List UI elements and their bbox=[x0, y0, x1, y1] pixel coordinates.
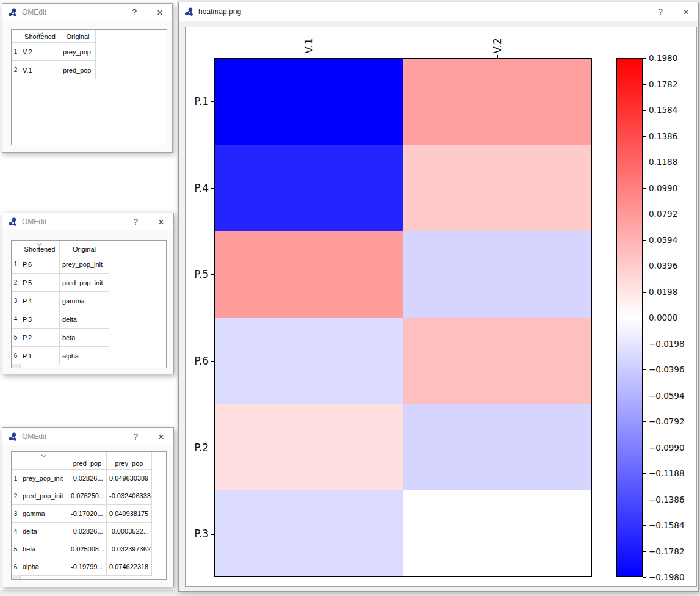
row-number-cell[interactable]: 5 bbox=[12, 329, 20, 347]
table-cell[interactable]: delta bbox=[20, 523, 68, 540]
row-number-cell[interactable]: 1 bbox=[12, 43, 20, 61]
help-button[interactable]: ? bbox=[132, 7, 137, 17]
table-cell[interactable]: gamma bbox=[20, 505, 68, 523]
colorbar-tick bbox=[643, 344, 646, 344]
table-cell[interactable]: P.4 bbox=[20, 292, 60, 310]
row-number-cell[interactable]: 3 bbox=[12, 505, 20, 523]
colorbar-tick-label: 0.1386 bbox=[649, 131, 677, 141]
close-button[interactable]: × bbox=[157, 7, 163, 18]
colorbar-tick bbox=[643, 266, 646, 266]
row-number-cell[interactable]: 1 bbox=[12, 255, 20, 274]
table-cell[interactable]: alpha bbox=[60, 347, 109, 365]
row-label: P.1 bbox=[186, 95, 209, 107]
table-cell[interactable]: P.3 bbox=[20, 310, 60, 329]
column-header[interactable] bbox=[20, 452, 68, 470]
table-header-row: ShortenedOriginal bbox=[12, 30, 167, 43]
row-number-cell[interactable]: 5 bbox=[12, 540, 20, 558]
title-bar[interactable]: OMEdit ? × bbox=[2, 428, 173, 445]
table-cell[interactable]: 0.074622318 bbox=[107, 558, 152, 576]
close-button[interactable]: × bbox=[683, 7, 689, 17]
table-cell[interactable]: -0.032397362 bbox=[107, 540, 152, 558]
table-cell[interactable]: -0.032406333 bbox=[107, 487, 152, 505]
title-bar[interactable]: OMEdit ? × bbox=[2, 213, 173, 230]
table-cell[interactable]: -0.0003522... bbox=[107, 523, 152, 540]
table-cell[interactable]: beta bbox=[60, 329, 109, 347]
omedit-logo-icon bbox=[184, 7, 194, 17]
table-row: 1P.6prey_pop_init bbox=[12, 255, 166, 274]
table-row: 5P.2beta bbox=[12, 329, 166, 347]
dialog-body: ShortenedOriginal1V.2prey_pop2V.1pred_po… bbox=[2, 21, 172, 152]
row-number-cell[interactable]: 1 bbox=[12, 470, 20, 487]
colorbar-tick-label: −0.0594 bbox=[649, 391, 685, 401]
row-number-cell[interactable]: 2 bbox=[12, 487, 20, 505]
colorbar-tick bbox=[643, 500, 646, 500]
table-cell[interactable]: prey_pop_init bbox=[60, 255, 109, 274]
table-cell[interactable]: 0.025008... bbox=[68, 540, 107, 558]
table-cell[interactable]: 0.040938175 bbox=[107, 505, 152, 523]
column-header[interactable]: Original bbox=[60, 241, 109, 255]
heatmap-plot-area bbox=[214, 58, 592, 577]
row-number-cell[interactable]: 4 bbox=[12, 310, 20, 329]
row-number-cell[interactable]: 6 bbox=[12, 558, 20, 576]
close-button[interactable]: × bbox=[158, 432, 164, 442]
dialog-body: pred_popprey_pop1prey_pop_init-0.02826..… bbox=[2, 445, 173, 587]
y-tick bbox=[211, 274, 214, 275]
column-header[interactable]: pred_pop bbox=[68, 452, 107, 470]
window-title: OMEdit bbox=[22, 8, 132, 16]
row-number-cell[interactable]: 2 bbox=[12, 274, 20, 292]
row-label: P.5 bbox=[186, 268, 209, 280]
table-cell[interactable]: V.2 bbox=[20, 43, 60, 61]
close-button[interactable]: × bbox=[158, 217, 164, 227]
y-tick bbox=[211, 534, 214, 535]
table-cell[interactable]: 0.076250... bbox=[68, 487, 107, 505]
row-number-cell[interactable]: 4 bbox=[12, 523, 20, 540]
row-number-cell[interactable]: 3 bbox=[12, 292, 20, 310]
window-title: OMEdit bbox=[22, 432, 133, 441]
column-header[interactable]: Shortened bbox=[20, 241, 60, 255]
heatmap-cell-P.6-V.1 bbox=[215, 318, 403, 404]
table-row: 1prey_pop_init-0.02826...0.049630389 bbox=[12, 470, 166, 487]
table-row: 2V.1pred_pop bbox=[12, 61, 167, 79]
colorbar-tick-label: 0.1584 bbox=[649, 105, 677, 115]
column-header[interactable]: prey_pop bbox=[107, 452, 152, 470]
colorbar-tick-label: −0.0396 bbox=[649, 365, 685, 374]
table-cell[interactable]: P.6 bbox=[20, 255, 60, 274]
colorbar-tick bbox=[643, 551, 646, 552]
corner-header-cell bbox=[12, 241, 20, 255]
title-bar[interactable]: OMEdit ? × bbox=[2, 4, 172, 21]
table-cell[interactable]: pred_pop_init bbox=[60, 274, 109, 292]
table-row: 3P.4gamma bbox=[12, 292, 166, 310]
help-button[interactable]: ? bbox=[133, 217, 138, 227]
table-cell[interactable]: gamma bbox=[60, 292, 109, 310]
column-header[interactable]: Original bbox=[60, 30, 96, 43]
table-cell[interactable]: -0.02826... bbox=[68, 470, 107, 487]
table-cell[interactable]: prey_pop_init bbox=[20, 470, 68, 487]
table-cell[interactable]: delta bbox=[60, 310, 109, 329]
table-cell[interactable]: -0.02826... bbox=[68, 523, 107, 540]
heatmap-cell-P.3-V.1 bbox=[215, 490, 403, 576]
table-cell[interactable]: pred_pop bbox=[60, 61, 96, 79]
help-button[interactable]: ? bbox=[658, 7, 663, 16]
table-cell[interactable]: V.1 bbox=[20, 61, 60, 79]
heatmap-image: V.1V.2P.1P.4P.5P.6P.2P.30.19800.17820.15… bbox=[185, 27, 697, 587]
table-cell[interactable]: prey_pop bbox=[60, 43, 96, 61]
table-cell[interactable]: P.1 bbox=[20, 347, 60, 365]
colorbar-tick-label: 0.0990 bbox=[649, 183, 677, 193]
help-button[interactable]: ? bbox=[133, 432, 138, 442]
row-number-cell[interactable]: 6 bbox=[12, 347, 20, 365]
table-cell[interactable]: 0.049630389 bbox=[107, 470, 152, 487]
table-cell[interactable]: -0.19799... bbox=[68, 558, 107, 576]
table-cell[interactable]: pred_pop_init bbox=[20, 487, 68, 505]
table-cell[interactable]: alpha bbox=[20, 558, 68, 576]
colorbar-tick-label: −0.0990 bbox=[649, 443, 685, 452]
table-cell[interactable]: P.5 bbox=[20, 274, 60, 292]
table-cell[interactable]: beta bbox=[20, 540, 68, 558]
omedit-logo-icon bbox=[7, 432, 18, 442]
parameters-mapping-table: ShortenedOriginal1P.6prey_pop_init2P.5pr… bbox=[11, 240, 167, 368]
column-header[interactable]: Shortened bbox=[20, 30, 60, 43]
row-number-cell[interactable]: 2 bbox=[12, 61, 20, 79]
colorbar-tick bbox=[643, 292, 646, 293]
table-cell[interactable]: P.2 bbox=[20, 329, 60, 347]
table-cell[interactable]: -0.17020... bbox=[68, 505, 107, 523]
title-bar[interactable]: heatmap.png ? × bbox=[179, 2, 698, 21]
